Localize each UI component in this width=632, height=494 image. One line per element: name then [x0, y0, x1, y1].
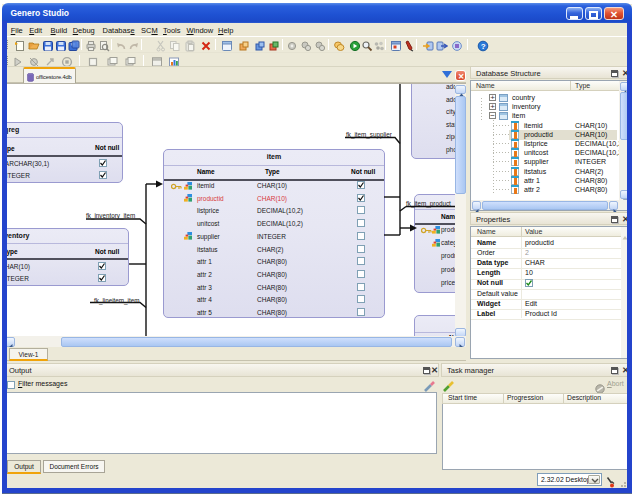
svg-text:?: ?: [481, 42, 486, 51]
